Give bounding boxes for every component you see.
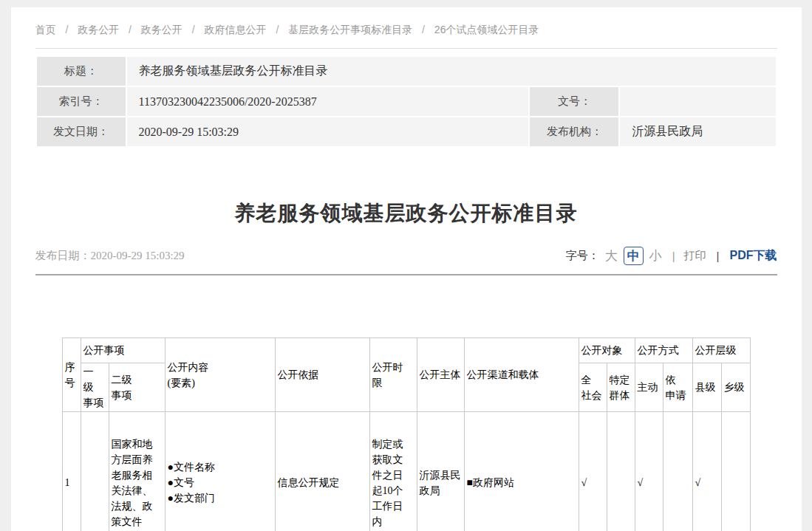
doc-info-row-title: 标题： 养老服务领域基层政务公开标准目录	[37, 57, 776, 86]
cell-seq: 1	[62, 412, 81, 531]
breadcrumb-item-zwgk-2[interactable]: 政务公开	[141, 24, 182, 35]
page-title: 养老服务领域基层政务公开标准目录	[35, 199, 777, 227]
cell-channel: ■政府网站	[464, 412, 579, 531]
doc-info-row-date: 发文日期： 2020-09-29 15:03:29 发布机构： 沂源县民政局	[37, 117, 776, 146]
doc-info-table: 标题： 养老服务领域基层政务公开标准目录 索引号： 11370323004223…	[35, 55, 777, 148]
col-header-audience-group: 公开对象	[579, 338, 635, 363]
col-header-level2: 二级 事项	[109, 363, 165, 412]
col-header-method-request: 依 申请	[663, 363, 692, 412]
font-size-large-button[interactable]: 大	[605, 247, 618, 264]
breadcrumb-separator: /	[422, 24, 425, 35]
breadcrumb-item-home[interactable]: 首页	[35, 24, 56, 35]
doc-title-label: 标题：	[37, 57, 126, 86]
doc-index-label: 索引号：	[37, 87, 126, 116]
cell-level2: 国家和地 方层面养 老服务相 关法律、 法规、政 策文件	[109, 412, 165, 531]
col-header-method-group: 公开方式	[635, 338, 692, 363]
col-header-audience-public: 全 社会	[579, 363, 607, 412]
col-header-level-county: 县级	[692, 363, 721, 412]
col-header-level1: 一 级 事项	[81, 363, 109, 412]
font-size-medium-button[interactable]: 中	[624, 247, 644, 265]
publish-date-value: 2020-09-29 15:03:29	[91, 250, 185, 261]
cell-basis: 信息公开规定	[275, 412, 369, 531]
pdf-download-button[interactable]: PDF下载	[730, 248, 777, 264]
breadcrumb-separator: /	[65, 24, 68, 35]
article-divider	[35, 274, 777, 275]
col-header-audience-specific: 特定 群体	[607, 363, 635, 412]
cell-content: ●文件名称 ●文号 ●发文部门	[165, 412, 275, 531]
col-header-level-group: 公开层级	[692, 338, 750, 363]
col-header-subject: 公开主体	[417, 338, 464, 412]
col-header-level-township: 乡级	[721, 363, 750, 412]
font-size-small-button[interactable]: 小	[649, 247, 662, 264]
article-meta-bar: 发布日期：2020-09-29 15:03:29 字号： 大 中 小 | 打印 …	[35, 247, 777, 265]
breadcrumb-separator: /	[129, 24, 132, 35]
col-header-items-group: 公开事项	[81, 338, 165, 363]
cell-audience-public: √	[579, 412, 607, 531]
table-row: 1 国家和地 方层面养 老服务相 关法律、 法规、政 策文件 ●文件名称 ●文号…	[62, 412, 750, 531]
publish-date: 发布日期：2020-09-29 15:03:29	[35, 249, 185, 263]
doc-info-row-index: 索引号： 113703230042235006/2020-2025387 文号：	[37, 87, 776, 116]
doc-number-label: 文号：	[530, 87, 618, 116]
print-button[interactable]: 打印	[684, 249, 706, 263]
doc-index-value: 113703230042235006/2020-2025387	[127, 87, 529, 116]
breadcrumb-separator: /	[192, 24, 195, 35]
col-header-basis: 公开依据	[275, 338, 369, 412]
doc-issue-date-label: 发文日期：	[37, 117, 126, 146]
breadcrumb-separator: /	[276, 24, 279, 35]
catalog-header-row-1: 序 号 公开事项 公开内容 (要素) 公开依据 公开时 限 公开主体 公开渠道和…	[62, 338, 750, 363]
font-size-label: 字号：	[566, 249, 599, 263]
breadcrumb-item-pilot-catalog[interactable]: 26个试点领域公开目录	[434, 24, 539, 35]
breadcrumb-item-standard-catalog[interactable]: 基层政务公开事项标准目录	[288, 24, 412, 35]
article-toolbar: 字号： 大 中 小 | 打印 | PDF下载	[566, 247, 777, 265]
cell-audience-specific	[607, 412, 635, 531]
cell-level-township	[721, 412, 750, 531]
cell-level-county: √	[692, 412, 721, 531]
col-header-channel: 公开渠道和载体	[464, 338, 579, 412]
col-header-content: 公开内容 (要素)	[165, 338, 275, 412]
cell-level1	[81, 412, 109, 531]
doc-title-value: 养老服务领域基层政务公开标准目录	[127, 57, 776, 86]
publish-date-label: 发布日期：	[35, 249, 91, 261]
doc-issue-date-value: 2020-09-29 15:03:29	[127, 117, 529, 146]
doc-number-value	[620, 87, 775, 116]
col-header-seq: 序 号	[62, 338, 81, 412]
cell-subject: 沂源县民 政局	[417, 412, 464, 531]
doc-issuer-label: 发布机构：	[530, 117, 618, 146]
col-header-time-limit: 公开时 限	[369, 338, 417, 412]
toolbar-separator: |	[717, 250, 720, 262]
content-panel: 首页 / 政务公开 / 政务公开 / 政府信息公开 / 基层政务公开事项标准目录…	[11, 7, 802, 531]
col-header-method-active: 主动	[635, 363, 663, 412]
breadcrumb-divider	[35, 48, 777, 49]
cell-method-request	[663, 412, 692, 531]
toolbar-separator: |	[672, 250, 675, 262]
cell-time-limit: 制定或 获取文 件之日 起10个 工作日 内	[369, 412, 417, 531]
breadcrumb-item-zwgk-1[interactable]: 政务公开	[78, 24, 119, 35]
catalog-table: 序 号 公开事项 公开内容 (要素) 公开依据 公开时 限 公开主体 公开渠道和…	[62, 338, 751, 531]
doc-issuer-value: 沂源县民政局	[620, 117, 775, 146]
breadcrumb-item-gov-info[interactable]: 政府信息公开	[205, 24, 267, 35]
breadcrumb: 首页 / 政务公开 / 政务公开 / 政府信息公开 / 基层政务公开事项标准目录…	[35, 7, 777, 37]
cell-method-active: √	[635, 412, 663, 531]
